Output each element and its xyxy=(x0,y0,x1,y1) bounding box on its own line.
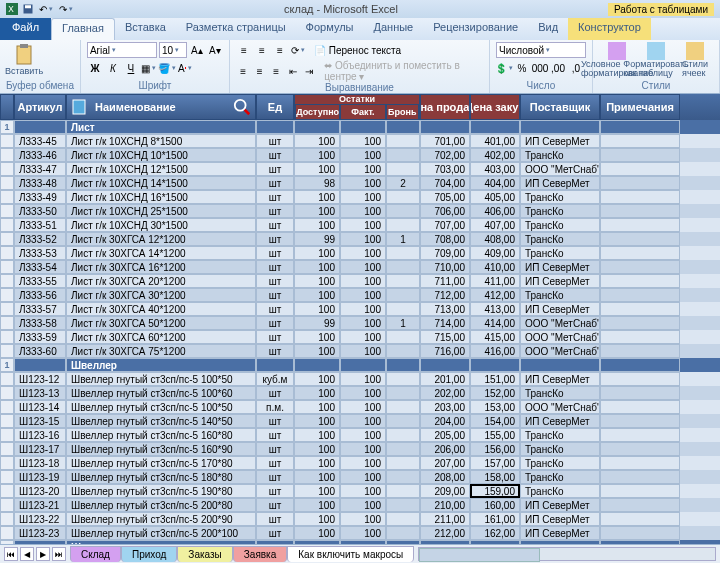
align-center-icon[interactable]: ≡ xyxy=(252,63,266,79)
col-fact[interactable]: Факт. xyxy=(340,104,385,120)
table-row[interactable]: Ш123-23Швеллер гнутый ст3сп/пс-5 200*100… xyxy=(0,526,720,540)
bold-icon[interactable]: Ж xyxy=(87,60,103,76)
table-row[interactable]: Л333-45Лист г/к 10ХСНД 8*1500шт100100701… xyxy=(0,134,720,148)
table-row[interactable]: Л333-53Лист г/к 30ХГСА 14*1200шт10010070… xyxy=(0,246,720,260)
table-row[interactable]: Ш123-22Швеллер гнутый ст3сп/пс-5 200*90ш… xyxy=(0,512,720,526)
table-row[interactable]: Л333-49Лист г/к 10ХСНД 16*1500шт10010070… xyxy=(0,190,720,204)
col-supplier[interactable]: Поставщик xyxy=(520,94,600,120)
col-name[interactable]: Наименование xyxy=(66,94,256,120)
search-icon[interactable] xyxy=(233,98,251,116)
underline-icon[interactable]: Ч xyxy=(123,60,139,76)
align-right-icon[interactable]: ≡ xyxy=(269,63,283,79)
col-avail[interactable]: Доступно xyxy=(295,104,340,120)
table-row[interactable]: Ш123-21Швеллер гнутый ст3сп/пс-5 200*80ш… xyxy=(0,498,720,512)
align-left-icon[interactable]: ≡ xyxy=(236,63,250,79)
orient-icon[interactable]: ⟳ xyxy=(290,42,306,58)
shrink-font-icon[interactable]: A▾ xyxy=(207,42,223,58)
table-row[interactable]: Л333-60Лист г/к 30ХГСА 75*1200шт10010071… xyxy=(0,344,720,358)
undo-icon[interactable]: ↶ xyxy=(38,1,54,17)
group-row[interactable]: 1Швеллер xyxy=(0,358,720,372)
inc-decimal-icon[interactable]: ,00 xyxy=(550,60,566,76)
sheet-tab[interactable]: Склад xyxy=(70,546,121,562)
col-price-sale[interactable]: Цена продажи xyxy=(420,94,470,120)
indent-inc-icon[interactable]: ⇥ xyxy=(302,63,316,79)
menu-tab[interactable]: Рецензирование xyxy=(423,18,528,40)
menu-tab[interactable]: Разметка страницы xyxy=(176,18,296,40)
sheet-tab[interactable]: Приход xyxy=(121,546,177,562)
menu-tab[interactable]: Формулы xyxy=(296,18,364,40)
currency-icon[interactable]: 💲 xyxy=(496,60,512,76)
sheet-tab[interactable]: Заказы xyxy=(177,546,232,562)
menu-tab[interactable]: Вставка xyxy=(115,18,176,40)
rg-align: ≡ ≡ ≡ ⟳ 📄 Перенос текста ≡ ≡ ≡ ⇤ ⇥ ⬌ Объ… xyxy=(230,40,490,93)
table-row[interactable]: Ш123-14Швеллер гнутый ст3сп/пс-5 100*50п… xyxy=(0,400,720,414)
table-row[interactable]: Ш123-19Швеллер гнутый ст3сп/пс-5 180*80ш… xyxy=(0,470,720,484)
table-row[interactable]: Л333-47Лист г/к 10ХСНД 12*1500шт10010070… xyxy=(0,162,720,176)
fill-color-icon[interactable]: 🪣 xyxy=(159,60,175,76)
col-notes[interactable]: Примечания xyxy=(600,94,680,120)
col-bron[interactable]: Бронь xyxy=(386,104,420,120)
col-ed[interactable]: Ед xyxy=(256,94,294,120)
table-row[interactable]: Л333-50Лист г/к 10ХСНД 25*1500шт10010070… xyxy=(0,204,720,218)
cell-styles-btn[interactable]: Стили ячеек xyxy=(677,42,713,78)
group-row[interactable]: 1Лист xyxy=(0,120,720,134)
paste-button[interactable]: Вставить xyxy=(6,42,42,78)
format-table-btn[interactable]: Форматировать как таблицу xyxy=(638,42,674,78)
table-row[interactable]: Л333-59Лист г/к 30ХГСА 60*1200шт10010071… xyxy=(0,330,720,344)
comma-icon[interactable]: 000 xyxy=(532,60,548,76)
table-row[interactable]: Л333-56Лист г/к 30ХГСА 30*1200шт10010071… xyxy=(0,288,720,302)
merge-btn[interactable]: ⬌ Объединить и поместить в центре ▾ xyxy=(324,60,483,82)
align-mid-icon[interactable]: ≡ xyxy=(254,42,270,58)
table-row[interactable]: Л333-54Лист г/к 30ХГСА 16*1200шт10010071… xyxy=(0,260,720,274)
rownum-header[interactable] xyxy=(0,94,14,120)
grid[interactable]: Артикул Наименование Ед Остатки Доступно… xyxy=(0,94,720,544)
sheet-first-icon[interactable]: ⏮ xyxy=(4,547,18,561)
table-row[interactable]: Ш123-13Швеллер гнутый ст3сп/пс-5 100*60ш… xyxy=(0,386,720,400)
italic-icon[interactable]: К xyxy=(105,60,121,76)
grow-font-icon[interactable]: A▴ xyxy=(189,42,205,58)
sheet-tab[interactable]: Заявка xyxy=(233,546,288,562)
group-row[interactable]: 1Шестигранник xyxy=(0,540,720,544)
menu-tab[interactable]: Главная xyxy=(51,18,115,40)
table-row[interactable]: Л333-58Лист г/к 30ХГСА 50*1200шт99100171… xyxy=(0,316,720,330)
border-icon[interactable]: ▦ xyxy=(141,60,157,76)
font-name-combo[interactable]: Arial xyxy=(87,42,157,58)
col-artikul[interactable]: Артикул xyxy=(14,94,66,120)
table-row[interactable]: Л333-52Лист г/к 30ХГСА 12*1200шт99100170… xyxy=(0,232,720,246)
paste-label: Вставить xyxy=(5,66,43,76)
table-row[interactable]: Ш123-15Швеллер гнутый ст3сп/пс-5 140*50ш… xyxy=(0,414,720,428)
group-label: Стили xyxy=(599,80,713,91)
tab-constructor[interactable]: Конструктор xyxy=(568,18,651,40)
h-scrollbar[interactable] xyxy=(418,547,716,561)
table-row[interactable]: Ш123-12Швеллер гнутый ст3сп/пс-5 100*50к… xyxy=(0,372,720,386)
sheet-next-icon[interactable]: ▶ xyxy=(36,547,50,561)
col-price-buy[interactable]: Цена закуп xyxy=(470,94,520,120)
sheet-prev-icon[interactable]: ◀ xyxy=(20,547,34,561)
font-color-icon[interactable]: A xyxy=(177,60,193,76)
menu-tab[interactable]: Данные xyxy=(363,18,423,40)
table-row[interactable]: Ш123-16Швеллер гнутый ст3сп/пс-5 160*80ш… xyxy=(0,428,720,442)
table-row[interactable]: Ш123-20Швеллер гнутый ст3сп/пс-5 190*80ш… xyxy=(0,484,720,498)
menu-tab[interactable]: Вид xyxy=(528,18,568,40)
align-top-icon[interactable]: ≡ xyxy=(236,42,252,58)
wrap-text-btn[interactable]: 📄 Перенос текста xyxy=(314,45,401,56)
file-tab[interactable]: Файл xyxy=(0,18,51,40)
table-row[interactable]: Л333-51Лист г/к 10ХСНД 30*1500шт10010070… xyxy=(0,218,720,232)
redo-icon[interactable]: ↷ xyxy=(58,1,74,17)
table-row[interactable]: Л333-48Лист г/к 10ХСНД 14*1500шт98100270… xyxy=(0,176,720,190)
table-row[interactable]: Ш123-17Швеллер гнутый ст3сп/пс-5 160*90ш… xyxy=(0,442,720,456)
align-bot-icon[interactable]: ≡ xyxy=(272,42,288,58)
table-row[interactable]: Л333-57Лист г/к 30ХГСА 40*1200шт10010071… xyxy=(0,302,720,316)
indent-dec-icon[interactable]: ⇤ xyxy=(285,63,299,79)
ribbon: Вставить Буфер обмена Arial 10 A▴ A▾ Ж К… xyxy=(0,40,720,94)
table-row[interactable]: Ш123-18Швеллер гнутый ст3сп/пс-5 170*80ш… xyxy=(0,456,720,470)
font-size-combo[interactable]: 10 xyxy=(159,42,187,58)
percent-icon[interactable]: % xyxy=(514,60,530,76)
sheet-tab[interactable]: Как включить макросы xyxy=(287,546,414,562)
group-label: Шрифт xyxy=(87,80,223,91)
table-row[interactable]: Л333-55Лист г/к 30ХГСА 20*1200шт10010071… xyxy=(0,274,720,288)
save-icon[interactable] xyxy=(22,3,34,15)
table-row[interactable]: Л333-46Лист г/к 10ХСНД 10*1500шт10010070… xyxy=(0,148,720,162)
number-format-combo[interactable]: Числовой xyxy=(496,42,586,58)
sheet-last-icon[interactable]: ⏭ xyxy=(52,547,66,561)
